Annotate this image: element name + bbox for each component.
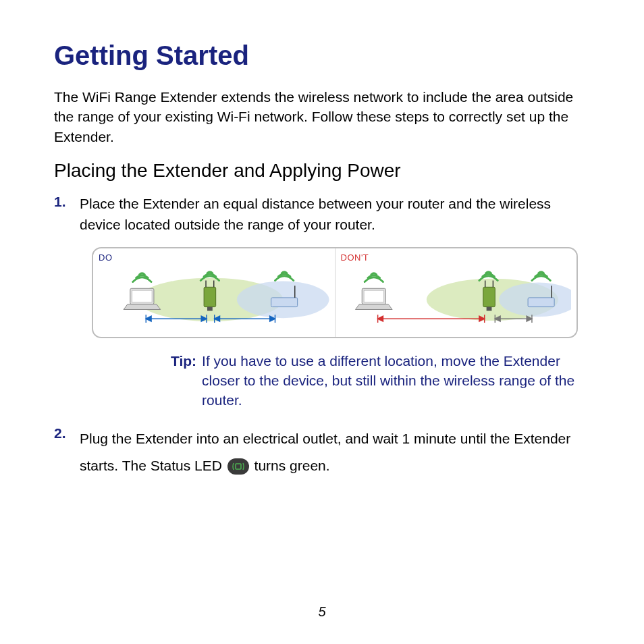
svg-rect-23 xyxy=(364,290,383,302)
svg-rect-8 xyxy=(271,298,298,307)
svg-rect-27 xyxy=(486,307,491,311)
step-2: Plug the Extender into an electrical out… xyxy=(54,425,590,479)
step-1-text: Place the Extender an equal distance bet… xyxy=(80,194,590,235)
placement-diagram: DO xyxy=(92,247,578,338)
step-2-text: Plug the Extender into an electrical out… xyxy=(80,425,590,479)
dont-illustration xyxy=(341,263,572,329)
dont-label: DON'T xyxy=(341,252,572,263)
svg-marker-39 xyxy=(527,316,532,321)
tip-label: Tip: xyxy=(171,352,196,410)
step-2-text-b: turns green. xyxy=(254,458,330,473)
status-led-icon xyxy=(227,458,249,475)
svg-rect-3 xyxy=(132,290,152,302)
do-illustration xyxy=(99,263,329,329)
page-number: 5 xyxy=(0,604,644,620)
tip-block: Tip: If you have to use a different loca… xyxy=(171,352,576,410)
diagram-dont-panel: DON'T xyxy=(335,248,577,337)
tip-text: If you have to use a different location,… xyxy=(202,352,576,410)
section-heading: Placing the Extender and Applying Power xyxy=(54,160,590,182)
do-label: DO xyxy=(99,252,329,263)
page-title: Getting Started xyxy=(54,41,590,71)
svg-rect-40 xyxy=(236,464,241,469)
svg-rect-24 xyxy=(483,287,495,306)
svg-rect-28 xyxy=(528,298,554,307)
laptop-icon xyxy=(355,288,392,309)
step-1: Place the Extender an equal distance bet… xyxy=(54,194,590,410)
svg-rect-7 xyxy=(207,307,213,311)
svg-marker-13 xyxy=(146,316,151,321)
steps-list: Place the Extender an equal distance bet… xyxy=(54,194,590,479)
intro-paragraph: The WiFi Range Extender extends the wire… xyxy=(54,87,590,146)
svg-rect-4 xyxy=(204,287,216,306)
svg-marker-33 xyxy=(377,316,383,321)
diagram-do-panel: DO xyxy=(93,248,335,337)
